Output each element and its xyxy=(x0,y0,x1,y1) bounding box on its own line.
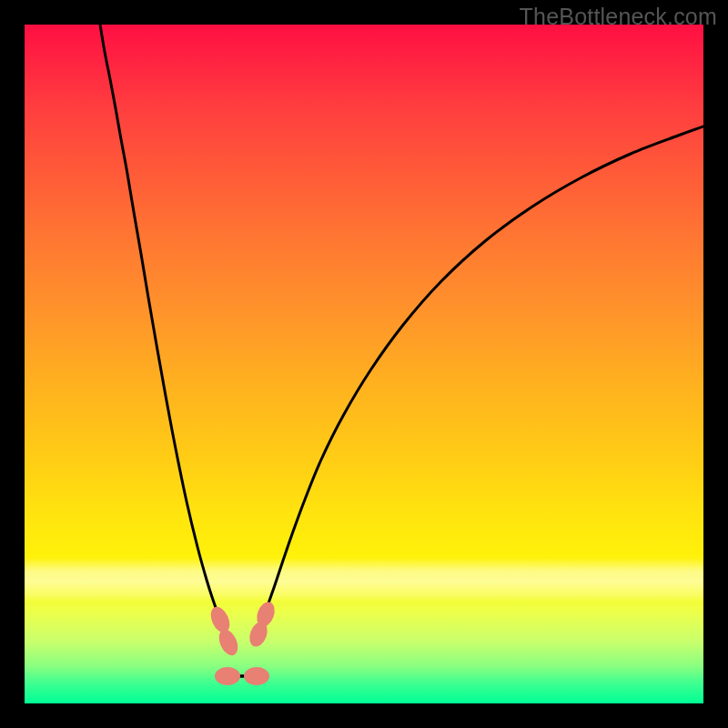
chart-marker-left-cap-top xyxy=(207,604,234,636)
chart-marker-left-cap-bottom xyxy=(216,627,242,659)
chart-series-layer xyxy=(100,25,703,676)
watermark-label: TheBottleneck.com xyxy=(520,4,717,30)
chart-marker-bottom-right xyxy=(244,667,269,685)
chart-svg xyxy=(25,25,703,703)
chart-root: TheBottleneck.com xyxy=(0,0,728,728)
chart-series-right-curve xyxy=(263,126,703,618)
chart-marker-bottom-left xyxy=(215,667,240,685)
chart-marker-layer xyxy=(207,600,278,685)
chart-series-left-curve xyxy=(100,25,219,618)
